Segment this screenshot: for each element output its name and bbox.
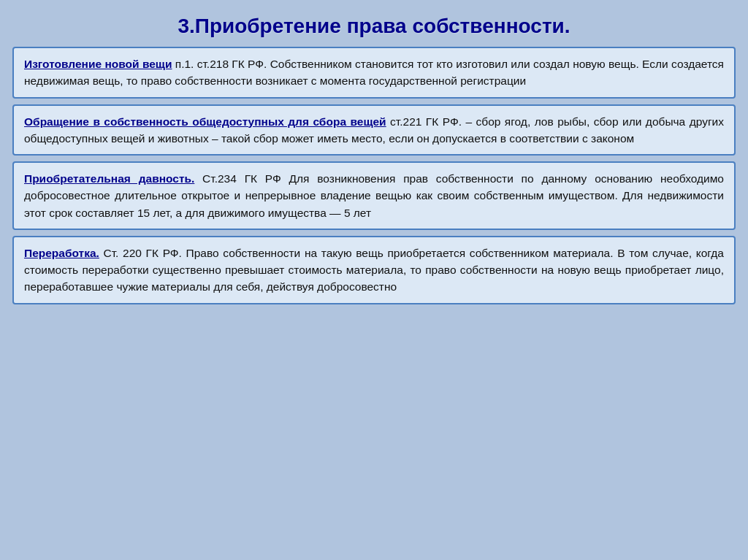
card-3: Приобретательная давность. Ст.234 ГК РФ … [12, 161, 736, 230]
page-container: 3.Приобретение права собственности. Изго… [12, 7, 736, 553]
content-area: Изготовление новой вещи п.1. ст.218 ГК Р… [12, 47, 736, 553]
card-4-body: Ст. 220 ГК РФ. Право собственности на та… [24, 247, 724, 294]
card-1: Изготовление новой вещи п.1. ст.218 ГК Р… [12, 47, 736, 99]
card-3-title: Приобретательная давность. [24, 172, 194, 185]
card-1-title: Изготовление новой вещи [24, 58, 172, 70]
page-title: 3.Приобретение права собственности. [178, 15, 570, 37]
title-block: 3.Приобретение права собственности. [12, 7, 736, 47]
card-2-title: Обращение в собственность общедоступных … [24, 115, 386, 128]
card-2: Обращение в собственность общедоступных … [12, 104, 736, 156]
card-4: Переработка. Ст. 220 ГК РФ. Право собств… [12, 236, 736, 304]
card-4-title: Переработка. [24, 247, 99, 259]
